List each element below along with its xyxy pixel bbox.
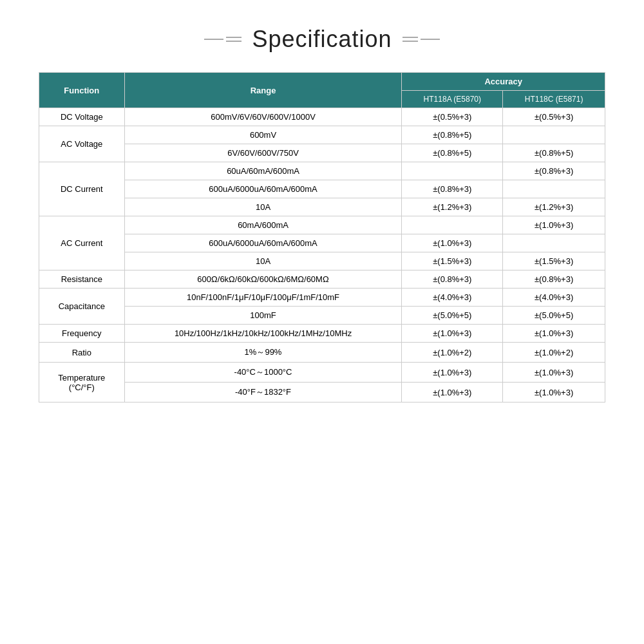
accuracy-col2-cell (503, 234, 605, 252)
accuracy-col1-cell (402, 162, 503, 180)
table-row: AC Voltage600mV±(0.8%+5) (39, 126, 605, 144)
table-row: 600uA/6000uA/60mA/600mA±(1.0%+3) (39, 234, 605, 252)
range-header: Range (124, 73, 402, 108)
range-cell: 60uA/60mA/600mA (124, 162, 402, 180)
accuracy-col2-cell: ±(1.0%+3) (503, 383, 605, 402)
range-cell: 60mA/600mA (124, 216, 402, 234)
range-cell: 600uA/6000uA/60mA/600mA (124, 180, 402, 198)
accuracy-col2-cell: ±(1.0%+2) (503, 343, 605, 363)
table-row: -40°F～1832°F±(1.0%+3)±(1.0%+3) (39, 383, 605, 402)
range-cell: 10nF/100nF/1μF/10μF/100μF/1mF/10mF (124, 289, 402, 307)
function-cell: DC Current (39, 162, 125, 216)
table-row: 600uA/6000uA/60mA/600mA±(0.8%+3) (39, 180, 605, 198)
accuracy-col2-cell (503, 180, 605, 198)
function-cell: Ratio (39, 343, 125, 363)
table-row: Temperature(°C/°F)-40°C～1000°C±(1.0%+3)±… (39, 363, 605, 383)
table-row: DC Current60uA/60mA/600mA±(0.8%+3) (39, 162, 605, 180)
range-cell: -40°C～1000°C (124, 363, 402, 383)
range-cell: 600mV/6V/60V/600V/1000V (124, 108, 402, 126)
function-cell: AC Current (39, 216, 125, 270)
accuracy-col1-cell (402, 216, 503, 234)
accuracy-col1-cell: ±(1.5%+3) (402, 252, 503, 270)
function-cell: Capacitance (39, 289, 125, 325)
accuracy-col1-cell: ±(1.2%+3) (402, 198, 503, 216)
accuracy-col1-cell: ±(1.0%+3) (402, 325, 503, 343)
accuracy-col1-cell: ±(0.5%+3) (402, 108, 503, 126)
table-row: AC Current60mA/600mA±(1.0%+3) (39, 216, 605, 234)
function-cell: Frequency (39, 325, 125, 343)
col1-header: HT118A (E5870) (402, 91, 503, 108)
range-cell: -40°F～1832°F (124, 383, 402, 402)
range-cell: 600mV (124, 126, 402, 144)
range-cell: 10Hz/100Hz/1kHz/10kHz/100kHz/1MHz/10MHz (124, 325, 402, 343)
table-row: 10A±(1.2%+3)±(1.2%+3) (39, 198, 605, 216)
function-cell: Resistance (39, 270, 125, 289)
accuracy-col2-cell: ±(0.5%+3) (503, 108, 605, 126)
table-row: Resistance600Ω/6kΩ/60kΩ/600kΩ/6MΩ/60MΩ±(… (39, 270, 605, 289)
function-header: Function (39, 73, 125, 108)
accuracy-col2-cell: ±(1.2%+3) (503, 198, 605, 216)
range-cell: 6V/60V/600V/750V (124, 144, 402, 162)
accuracy-col1-cell: ±(5.0%+5) (402, 307, 503, 325)
accuracy-col1-cell: ±(0.8%+3) (402, 270, 503, 289)
accuracy-header: Accuracy (402, 73, 605, 91)
accuracy-col2-cell: ±(1.0%+3) (503, 216, 605, 234)
function-cell: Temperature(°C/°F) (39, 363, 125, 402)
accuracy-col1-cell: ±(1.0%+3) (402, 363, 503, 383)
table-row: Frequency10Hz/100Hz/1kHz/10kHz/100kHz/1M… (39, 325, 605, 343)
spec-table: Function Range Accuracy HT118A (E5870) H… (39, 72, 605, 402)
table-row: Capacitance10nF/100nF/1μF/10μF/100μF/1mF… (39, 289, 605, 307)
accuracy-col2-cell: ±(5.0%+5) (503, 307, 605, 325)
range-cell: 100mF (124, 307, 402, 325)
accuracy-col2-cell: ±(1.5%+3) (503, 252, 605, 270)
function-cell: DC Voltage (39, 108, 125, 126)
accuracy-col1-cell: ±(1.0%+3) (402, 234, 503, 252)
range-cell: 10A (124, 252, 402, 270)
range-cell: 600uA/6000uA/60mA/600mA (124, 234, 402, 252)
accuracy-col1-cell: ±(0.8%+5) (402, 144, 503, 162)
title-section: Specification (39, 26, 605, 53)
table-row: DC Voltage600mV/6V/60V/600V/1000V±(0.5%+… (39, 108, 605, 126)
range-cell: 10A (124, 198, 402, 216)
accuracy-col2-cell: ±(0.8%+3) (503, 162, 605, 180)
accuracy-col1-cell: ±(1.0%+3) (402, 383, 503, 402)
header-row-top: Function Range Accuracy (39, 73, 605, 91)
page-title: Specification (252, 26, 392, 53)
range-cell: 600Ω/6kΩ/60kΩ/600kΩ/6MΩ/60MΩ (124, 270, 402, 289)
accuracy-col1-cell: ±(4.0%+3) (402, 289, 503, 307)
table-row: 100mF±(5.0%+5)±(5.0%+5) (39, 307, 605, 325)
left-decoration (204, 37, 242, 42)
function-cell: AC Voltage (39, 126, 125, 162)
accuracy-col1-cell: ±(0.8%+5) (402, 126, 503, 144)
accuracy-col2-cell: ±(1.0%+3) (503, 325, 605, 343)
table-row: 10A±(1.5%+3)±(1.5%+3) (39, 252, 605, 270)
accuracy-col1-cell: ±(0.8%+3) (402, 180, 503, 198)
accuracy-col2-cell: ±(4.0%+3) (503, 289, 605, 307)
col2-header: HT118C (E5871) (503, 91, 605, 108)
table-row: Ratio1%～99%±(1.0%+2)±(1.0%+2) (39, 343, 605, 363)
table-row: 6V/60V/600V/750V±(0.8%+5)±(0.8%+5) (39, 144, 605, 162)
accuracy-col2-cell: ±(0.8%+3) (503, 270, 605, 289)
accuracy-col2-cell: ±(1.0%+3) (503, 363, 605, 383)
accuracy-col2-cell (503, 126, 605, 144)
accuracy-col1-cell: ±(1.0%+2) (402, 343, 503, 363)
right-decoration (402, 37, 440, 42)
range-cell: 1%～99% (124, 343, 402, 363)
table-body: DC Voltage600mV/6V/60V/600V/1000V±(0.5%+… (39, 108, 605, 402)
accuracy-col2-cell: ±(0.8%+5) (503, 144, 605, 162)
